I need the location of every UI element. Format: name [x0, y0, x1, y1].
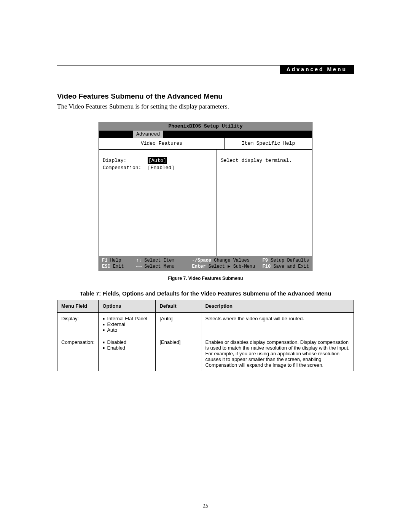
- th-default: Default: [156, 300, 201, 313]
- header-tag: Advanced Menu: [280, 65, 354, 74]
- bios-tab-advanced: Advanced: [133, 131, 163, 138]
- options-table-body: Display:Internal Flat PanelExternalAuto[…: [57, 312, 354, 371]
- bios-key: F9: [263, 258, 268, 263]
- bios-key-label: Save and Exit: [273, 264, 309, 269]
- bios-key-label: Select Item: [144, 258, 174, 263]
- document-page: Advanced Menu Video Features Submenu of …: [0, 0, 411, 532]
- bios-key: Enter: [192, 264, 206, 269]
- bios-subtitle-row: Video Features Item Specific Help: [99, 138, 312, 150]
- page-number: 15: [0, 503, 411, 509]
- bios-menubar: Advanced: [99, 131, 312, 138]
- bios-screenshot: PhoenixBIOS Setup Utility Advanced Video…: [99, 122, 312, 271]
- bios-field-label: Compensation:: [103, 165, 145, 171]
- bios-body: Display: [Auto] Compensation: [Enabled] …: [99, 150, 312, 256]
- cell-default: [Enabled]: [156, 336, 201, 371]
- option-item: Disabled: [102, 339, 151, 345]
- bios-right-title: Item Specific Help: [225, 138, 312, 149]
- bios-field-label: Display:: [103, 157, 145, 164]
- bios-key: ↑↓: [136, 258, 142, 263]
- bios-left-pane: Display: [Auto] Compensation: [Enabled]: [99, 150, 217, 256]
- running-header: Advanced Menu: [57, 65, 354, 74]
- cell-default: [Auto]: [156, 312, 201, 336]
- table-header-row: Menu Field Options Default Description: [57, 300, 354, 313]
- option-item: External: [102, 321, 151, 327]
- option-item: Auto: [102, 327, 151, 333]
- bios-key: ←→: [136, 264, 142, 269]
- table-row: Display:Internal Flat PanelExternalAuto[…: [57, 312, 354, 336]
- cell-description: Enables or disables display compensation…: [201, 336, 354, 371]
- cell-menu-field: Compensation:: [57, 336, 99, 371]
- bios-key: ESC: [102, 264, 110, 269]
- option-item: Enabled: [102, 345, 151, 351]
- bios-right-pane: Select display terminal.: [217, 150, 312, 256]
- bios-key-label: Setup Defaults: [271, 258, 309, 263]
- table-row: Compensation:DisabledEnabled[Enabled]Ena…: [57, 336, 354, 371]
- cell-options: Internal Flat PanelExternalAuto: [99, 312, 156, 336]
- bios-key-label: Select ▶ Sub-Menu: [209, 264, 255, 269]
- bios-key-label: Help: [110, 258, 121, 263]
- bios-key: F10: [263, 264, 271, 269]
- section-intro: The Video Features Submenu is for settin…: [57, 103, 354, 110]
- cell-description: Selects where the video signal will be r…: [201, 312, 354, 336]
- bios-key: F1: [102, 258, 107, 263]
- cell-options: DisabledEnabled: [99, 336, 156, 371]
- bios-field-display: Display: [Auto]: [103, 157, 213, 164]
- bios-key-label: Select Menu: [144, 264, 174, 269]
- bios-left-title: Video Features: [99, 138, 225, 149]
- bios-key-label: Exit: [113, 264, 124, 269]
- th-menu-field: Menu Field: [57, 300, 99, 313]
- option-item: Internal Flat Panel: [102, 316, 151, 321]
- figure-caption: Figure 7. Video Features Submenu: [57, 276, 354, 281]
- th-description: Description: [201, 300, 354, 313]
- cell-menu-field: Display:: [57, 312, 99, 336]
- options-table: Menu Field Options Default Description D…: [57, 300, 354, 371]
- bios-title: PhoenixBIOS Setup Utility: [99, 122, 312, 131]
- bios-help-text: Select display terminal.: [221, 157, 308, 164]
- bios-key-label: Change Values: [214, 258, 250, 263]
- bios-key: -/Space: [192, 258, 211, 263]
- bios-footer-row-2: ESC Exit ←→ Select Menu Enter Select ▶ S…: [102, 264, 309, 270]
- bios-field-compensation: Compensation: [Enabled]: [103, 165, 213, 171]
- bios-footer-row-1: F1 Help ↑↓ Select Item -/Space Change Va…: [102, 257, 309, 264]
- bios-footer: F1 Help ↑↓ Select Item -/Space Change Va…: [99, 256, 312, 271]
- bios-field-value: [Enabled]: [148, 165, 174, 171]
- th-options: Options: [99, 300, 156, 313]
- section-title: Video Features Submenu of the Advanced M…: [57, 92, 354, 101]
- table-caption: Table 7: Fields, Options and Defaults fo…: [57, 290, 354, 297]
- bios-field-value-selected: [Auto]: [148, 157, 167, 164]
